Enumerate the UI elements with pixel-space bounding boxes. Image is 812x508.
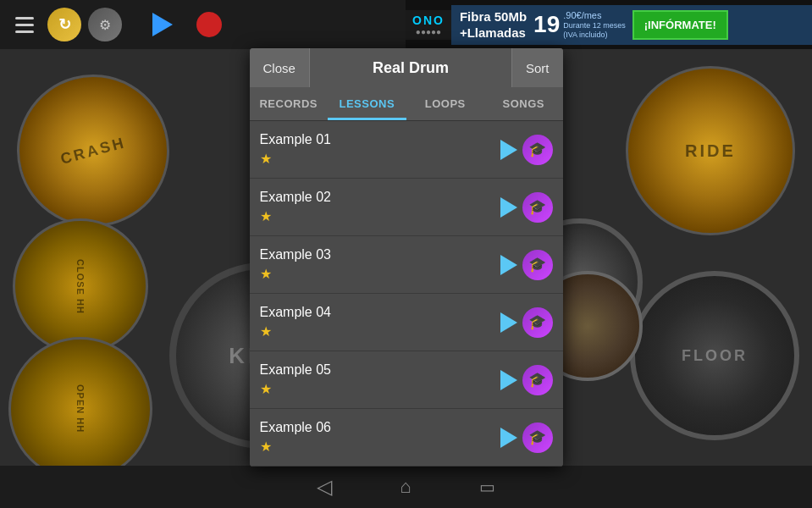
- refresh-button[interactable]: ↻: [47, 8, 81, 41]
- settings-button[interactable]: ⚙: [88, 8, 122, 41]
- item-play-button[interactable]: [500, 255, 517, 275]
- item-lesson-button[interactable]: 🎓: [522, 307, 553, 338]
- modal-tabs: RECORDS LESSONS LOOPS SONGS: [250, 87, 563, 121]
- play-button[interactable]: [152, 13, 173, 36]
- item-info: Example 06 ★: [260, 420, 500, 455]
- item-name: Example 04: [260, 305, 500, 320]
- tab-records[interactable]: RECORDS: [250, 87, 329, 120]
- item-actions: 🎓: [500, 307, 553, 338]
- item-play-button[interactable]: [500, 428, 517, 448]
- item-lesson-button[interactable]: 🎓: [522, 250, 553, 280]
- recent-apps-nav-button[interactable]: ▭: [479, 477, 495, 497]
- modal-overlay: Close Real Drum Sort RECORDS LESSONS LOO…: [0, 49, 812, 466]
- hamburger-icon: [15, 17, 34, 33]
- back-icon: ◁: [317, 475, 332, 498]
- list-item: Example 01 ★ 🎓: [250, 121, 563, 179]
- ad-cta-button[interactable]: ¡INFÓRMATE!: [632, 10, 728, 40]
- bottom-navigation-bar: ◁ ⌂ ▭: [0, 466, 812, 508]
- ad-banner: ONO ●●●●● Fibra 50Mb +Llamadas 19 .90€/m…: [406, 0, 812, 49]
- ad-brand-logo: ONO ●●●●●: [406, 10, 451, 40]
- list-item: Example 04 ★ 🎓: [250, 294, 563, 351]
- list-item: Example 03 ★ 🎓: [250, 236, 563, 294]
- item-play-button[interactable]: [500, 197, 517, 218]
- modal-close-button[interactable]: Close: [250, 48, 310, 87]
- ad-content: Fibra 50Mb +Llamadas 19 .90€/mes Durante…: [451, 5, 812, 45]
- modal-header: Close Real Drum Sort: [250, 48, 563, 87]
- item-play-button[interactable]: [500, 312, 517, 333]
- modal-sort-button[interactable]: Sort: [511, 48, 563, 87]
- item-info: Example 02 ★: [260, 190, 500, 224]
- item-name: Example 05: [260, 362, 500, 378]
- item-name: Example 02: [260, 190, 500, 205]
- item-actions: 🎓: [500, 422, 553, 453]
- item-actions: 🎓: [500, 250, 553, 280]
- item-star: ★: [260, 323, 500, 340]
- item-lesson-button[interactable]: 🎓: [522, 192, 553, 223]
- back-nav-button[interactable]: ◁: [317, 475, 332, 499]
- tab-loops[interactable]: LOOPS: [406, 87, 485, 120]
- modal-list: Example 01 ★ 🎓 Example 02 ★ 🎓: [250, 121, 563, 467]
- item-actions: 🎓: [500, 135, 553, 165]
- item-info: Example 05 ★: [260, 362, 500, 397]
- item-star: ★: [260, 208, 500, 224]
- item-star: ★: [260, 151, 500, 167]
- list-item: Example 02 ★ 🎓: [250, 179, 563, 236]
- item-lesson-button[interactable]: 🎓: [522, 422, 553, 453]
- item-star: ★: [260, 439, 500, 455]
- stop-button[interactable]: [196, 12, 222, 37]
- home-icon: ⌂: [400, 476, 411, 497]
- item-actions: 🎓: [500, 192, 553, 223]
- menu-button[interactable]: [8, 8, 41, 41]
- item-play-button[interactable]: [500, 370, 517, 390]
- item-actions: 🎓: [500, 365, 553, 395]
- tab-songs[interactable]: SONGS: [484, 87, 563, 120]
- modal-dialog: Close Real Drum Sort RECORDS LESSONS LOO…: [250, 48, 563, 467]
- recent-apps-icon: ▭: [479, 478, 495, 496]
- item-name: Example 03: [260, 247, 500, 262]
- tab-lessons[interactable]: LESSONS: [328, 87, 406, 120]
- item-star: ★: [260, 266, 500, 282]
- item-name: Example 01: [260, 132, 500, 147]
- item-star: ★: [260, 381, 500, 397]
- item-lesson-button[interactable]: 🎓: [522, 135, 553, 165]
- modal-title: Real Drum: [310, 59, 511, 77]
- item-lesson-button[interactable]: 🎓: [522, 365, 553, 395]
- list-item: Example 06 ★ 🎓: [250, 409, 563, 467]
- item-info: Example 04 ★: [260, 305, 500, 340]
- item-info: Example 03 ★: [260, 247, 500, 282]
- item-name: Example 06: [260, 420, 500, 435]
- item-info: Example 01 ★: [260, 132, 500, 167]
- item-play-button[interactable]: [500, 140, 517, 160]
- home-nav-button[interactable]: ⌂: [400, 476, 411, 498]
- list-item: Example 05 ★ 🎓: [250, 351, 563, 409]
